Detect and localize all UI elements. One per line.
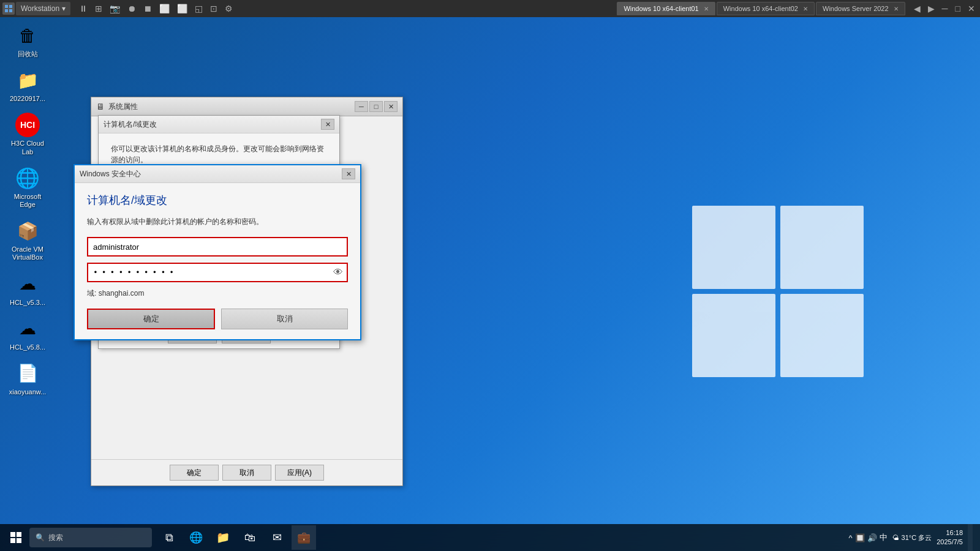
stop-button[interactable]: ⏹ bbox=[141, 2, 154, 15]
edge-icon: 🌐 bbox=[15, 166, 40, 190]
security-center-close[interactable]: ✕ bbox=[342, 168, 355, 179]
tab-client02-label: Windows 10 x64-client02 bbox=[723, 5, 798, 12]
username-input[interactable] bbox=[87, 237, 348, 257]
volume-icon[interactable]: 🔊 bbox=[867, 533, 877, 542]
password-toggle-icon[interactable]: 👁 bbox=[333, 267, 343, 278]
sys-props-bottom: 确定 取消 应用(A) bbox=[91, 459, 402, 485]
desktop-icon-h3c[interactable]: HCI H3C CloudLab bbox=[6, 113, 49, 156]
taskbar: 🔍 搜索 ⧉ 🌐 📁 🛍 ✉ 💼 ^ 🔲 🔊 中 🌤 31°C 多云 16:18… bbox=[0, 524, 980, 551]
security-cancel-button[interactable]: 取消 bbox=[221, 309, 348, 329]
explorer-taskbar-button[interactable]: 📁 bbox=[211, 525, 235, 550]
mail-taskbar-button[interactable]: ✉ bbox=[265, 525, 289, 550]
workstation-dropdown-arrow: ▾ bbox=[62, 4, 66, 13]
desktop-icon-folder[interactable]: 📁 20220917... bbox=[6, 68, 49, 103]
vmware-tabs: Windows 10 x64-client01 ✕ Windows 10 x64… bbox=[617, 2, 905, 15]
workstation-menu-button[interactable]: Workstation ▾ bbox=[16, 2, 70, 15]
hcl58-icon: ☁ bbox=[15, 317, 40, 341]
desktop-icons: 🗑 回收站 📁 20220917... HCI H3C CloudLab 🌐 M… bbox=[6, 23, 49, 396]
password-input[interactable] bbox=[87, 263, 348, 282]
sys-props-maximize[interactable]: □ bbox=[369, 101, 383, 112]
vmware-toolbar: ⏸ ⊞ 📷 ⏺ ⏹ ⬜ ⬜ ◱ ⊡ ⚙ bbox=[77, 2, 235, 15]
weather-widget[interactable]: 🌤 31°C 多云 bbox=[892, 533, 932, 542]
sys-props-ok-button[interactable]: 确定 bbox=[170, 465, 219, 481]
security-center-content: 计算机名/域更改 输入有权限从域中删除此计算机的帐户的名称和密码。 👁 域: s… bbox=[75, 183, 360, 339]
tab-client02[interactable]: Windows 10 x64-client02 ✕ bbox=[717, 2, 815, 15]
search-bar[interactable]: 🔍 搜索 bbox=[29, 528, 152, 547]
tab-server2022-close[interactable]: ✕ bbox=[894, 6, 899, 12]
record-button[interactable]: ⏺ bbox=[125, 2, 138, 15]
virtualbox-icon: 📦 bbox=[15, 219, 40, 243]
hcl58-label: HCL_v5.8... bbox=[10, 343, 45, 351]
taskbar-right: ^ 🔲 🔊 中 🌤 31°C 多云 16:18 2025/7/5 bbox=[848, 524, 978, 551]
console-button[interactable]: ⊡ bbox=[208, 2, 220, 15]
store-taskbar-button[interactable]: 🛍 bbox=[238, 525, 262, 550]
svg-rect-0 bbox=[5, 5, 8, 8]
sys-props-controls: ─ □ ✕ bbox=[355, 101, 398, 112]
normal-view-button[interactable]: ⬜ bbox=[157, 2, 172, 15]
systray-up-arrow[interactable]: ^ bbox=[848, 533, 852, 542]
show-desktop-button[interactable] bbox=[968, 524, 973, 551]
vmware-topbar: Workstation ▾ ⏸ ⊞ 📷 ⏺ ⏹ ⬜ ⬜ ◱ ⊡ ⚙ Window… bbox=[0, 0, 980, 17]
taskbar-app-icons: ⧉ 🌐 📁 🛍 ✉ 💼 bbox=[157, 525, 316, 550]
taskview-button[interactable]: ⧉ bbox=[157, 525, 181, 550]
recycle-bin-label: 回收站 bbox=[18, 50, 38, 58]
full-screen-button[interactable]: ⬜ bbox=[175, 2, 190, 15]
unity-button[interactable]: ◱ bbox=[192, 2, 205, 15]
virtualbox-label: Oracle VMVirtualBox bbox=[12, 246, 43, 261]
app-taskbar-button[interactable]: 💼 bbox=[292, 525, 316, 550]
search-placeholder: 搜索 bbox=[48, 533, 63, 543]
maximize-button[interactable]: □ bbox=[953, 2, 963, 15]
xiaoyuan-icon: 📄 bbox=[15, 361, 40, 386]
desktop: 🗑 回收站 📁 20220917... HCI H3C CloudLab 🌐 M… bbox=[0, 17, 980, 551]
comp-name-title: 计算机名/域更改 bbox=[104, 119, 321, 130]
sys-props-cancel-button[interactable]: 取消 bbox=[222, 465, 271, 481]
vmware-window-controls: ◀ ▶ ─ □ ✕ bbox=[911, 2, 978, 15]
svg-rect-6 bbox=[10, 538, 15, 543]
sys-props-apply-button[interactable]: 应用(A) bbox=[275, 465, 324, 481]
nav-back-button[interactable]: ◀ bbox=[911, 2, 923, 15]
systray-icons: ^ 🔲 🔊 中 bbox=[848, 532, 887, 543]
ime-icon[interactable]: 中 bbox=[880, 532, 888, 543]
security-confirm-button[interactable]: 确定 bbox=[87, 309, 215, 329]
desktop-icon-edge[interactable]: 🌐 MicrosoftEdge bbox=[6, 166, 49, 209]
nav-forward-button[interactable]: ▶ bbox=[925, 2, 937, 15]
pause-button[interactable]: ⏸ bbox=[77, 2, 90, 15]
windows-logo bbox=[692, 206, 888, 402]
clock[interactable]: 16:18 2025/7/5 bbox=[937, 528, 963, 547]
security-center-titlebar: Windows 安全中心 ✕ bbox=[75, 165, 360, 183]
sys-props-titlebar: 🖥 系统属性 ─ □ ✕ bbox=[91, 97, 402, 116]
clock-date: 2025/7/5 bbox=[937, 538, 963, 547]
sys-props-close[interactable]: ✕ bbox=[384, 101, 398, 112]
snapshot-button[interactable]: 📷 bbox=[107, 2, 123, 15]
domain-info: 域: shanghai.com bbox=[87, 288, 348, 299]
network-icon[interactable]: 🔲 bbox=[855, 533, 865, 542]
sys-props-title: 系统属性 bbox=[108, 102, 355, 112]
svg-rect-5 bbox=[17, 532, 21, 537]
tab-client01[interactable]: Windows 10 x64-client01 ✕ bbox=[617, 2, 715, 15]
password-field: 👁 bbox=[87, 263, 348, 282]
edge-taskbar-button[interactable]: 🌐 bbox=[184, 525, 208, 550]
minimize-button[interactable]: ─ bbox=[940, 2, 951, 15]
win-logo-cell-br bbox=[780, 294, 864, 377]
tab-server2022[interactable]: Windows Server 2022 ✕ bbox=[816, 2, 905, 15]
desktop-icon-hcl53[interactable]: ☁ HCL_v5.3... bbox=[6, 272, 49, 307]
desktop-icon-virtualbox[interactable]: 📦 Oracle VMVirtualBox bbox=[6, 219, 49, 261]
workstation-label: Workstation bbox=[21, 4, 59, 13]
comp-name-close[interactable]: ✕ bbox=[321, 119, 334, 130]
desktop-icon-xiaoyuan[interactable]: 📄 xiaoyuanw... bbox=[6, 361, 49, 396]
tab-client01-close[interactable]: ✕ bbox=[704, 6, 709, 12]
tab-client02-close[interactable]: ✕ bbox=[803, 6, 808, 12]
sys-props-minimize[interactable]: ─ bbox=[355, 101, 368, 112]
start-button[interactable] bbox=[2, 524, 29, 551]
settings-button[interactable]: ⚙ bbox=[222, 2, 235, 15]
security-center-buttons: 确定 取消 bbox=[87, 309, 348, 329]
security-center-main-title: 计算机名/域更改 bbox=[87, 193, 348, 208]
win-logo-cell-tl bbox=[692, 206, 775, 289]
send-ctrl-alt-del-button[interactable]: ⊞ bbox=[92, 2, 105, 15]
win-logo-cell-tr bbox=[780, 206, 864, 289]
desktop-icon-recycle[interactable]: 🗑 回收站 bbox=[6, 23, 49, 58]
recycle-bin-icon: 🗑 bbox=[15, 23, 40, 48]
desktop-icon-hcl58[interactable]: ☁ HCL_v5.8... bbox=[6, 317, 49, 351]
vmware-icon bbox=[2, 2, 15, 15]
close-button[interactable]: ✕ bbox=[965, 2, 978, 15]
